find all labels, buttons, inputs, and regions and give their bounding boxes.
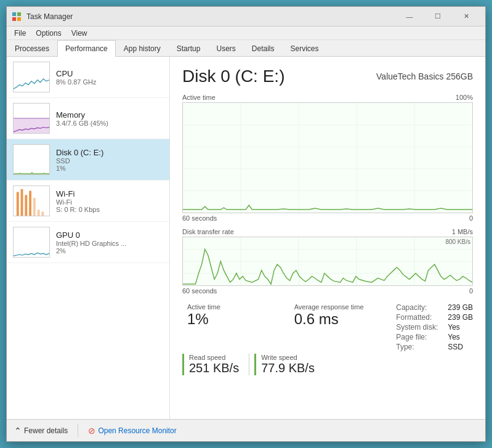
active-time-value: 1% <box>187 311 284 328</box>
disk0-thumbnail <box>13 144 50 175</box>
chart1-time-right: 0 <box>469 214 473 222</box>
svg-rect-10 <box>38 210 40 216</box>
active-time-stat: Active time 1% <box>182 301 289 351</box>
wifi-speed: S: 0 R: 0 Kbps <box>56 206 163 213</box>
gpu0-model: Intel(R) HD Graphics ... <box>56 240 163 247</box>
disk-model: ValueTech Basics 256GB <box>376 71 473 81</box>
svg-rect-2 <box>12 17 16 21</box>
disk0-type: SSD <box>56 157 163 165</box>
chart1-max: 100% <box>456 94 473 101</box>
gpu0-info: GPU 0 Intel(R) HD Graphics ... 2% <box>56 230 163 255</box>
chart1-label-row: Active time 100% <box>182 94 473 101</box>
active-time-chart <box>182 102 473 213</box>
chart2-time-row: 60 seconds 0 <box>182 287 473 295</box>
cpu-detail: 8% 0.87 GHz <box>56 78 163 86</box>
tab-services[interactable]: Services <box>283 40 327 57</box>
chevron-up-icon: ⌃ <box>14 426 22 436</box>
read-speed-value: 251 KB/s <box>189 361 239 375</box>
disk0-usage: 1% <box>56 165 163 172</box>
app-icon <box>12 12 22 22</box>
window-title: Task Manager <box>26 12 395 21</box>
svg-rect-6 <box>21 189 23 216</box>
write-speed-stat: Write speed 77.9 KB/s <box>254 354 315 375</box>
gpu0-usage: 2% <box>56 247 163 255</box>
chart1-time-row: 60 seconds 0 <box>182 214 473 222</box>
svg-rect-5 <box>17 192 19 216</box>
memory-thumbnail <box>13 103 50 134</box>
cpu-label: CPU <box>56 69 163 78</box>
disk0-info: Disk 0 (C: E:) SSD 1% <box>56 148 163 172</box>
sidebar: CPU 8% 0.87 GHz Memory 3.4/7.6 GB (45%) <box>7 57 170 419</box>
capacity-value: 239 GB <box>448 303 473 312</box>
type-value: SSD <box>448 343 473 351</box>
svg-rect-0 <box>12 12 16 16</box>
sidebar-item-disk0[interactable]: Disk 0 (C: E:) SSD 1% <box>7 139 169 181</box>
tab-processes[interactable]: Processes <box>7 40 57 57</box>
menu-file[interactable]: File <box>9 26 31 40</box>
window-controls: — ☐ ✕ <box>395 7 480 26</box>
svg-rect-9 <box>33 198 36 216</box>
close-button[interactable]: ✕ <box>452 7 480 26</box>
chart2-label: Disk transfer rate <box>182 228 234 235</box>
open-resource-monitor-button[interactable]: ⊘ Open Resource Monitor <box>88 426 176 436</box>
wifi-type: Wi-Fi <box>56 198 163 206</box>
sidebar-item-cpu[interactable]: CPU 8% 0.87 GHz <box>7 57 169 98</box>
tab-details[interactable]: Details <box>244 40 283 57</box>
minimize-button[interactable]: — <box>395 7 424 26</box>
menu-view[interactable]: View <box>67 26 92 40</box>
menu-options[interactable]: Options <box>31 26 66 40</box>
menu-bar: File Options View <box>7 26 485 40</box>
chart2-time-right: 0 <box>469 287 473 295</box>
avg-response-label: Average response time <box>294 303 392 311</box>
transfer-rate-chart: 800 KB/s <box>182 237 473 286</box>
speed-divider <box>249 354 249 375</box>
disk-header: Disk 0 (C: E:) ValueTech Basics 256GB <box>182 67 473 86</box>
sidebar-item-gpu0[interactable]: GPU 0 Intel(R) HD Graphics ... 2% <box>7 222 169 263</box>
chart2-time-left: 60 seconds <box>182 287 217 295</box>
read-speed-label: Read speed <box>189 354 239 361</box>
wifi-thumbnail <box>13 185 50 216</box>
transfer-rate-section: Disk transfer rate 1 MB/s 800 KB/s <box>182 228 473 295</box>
wifi-info: Wi-Fi Wi-Fi S: 0 R: 0 Kbps <box>56 189 163 213</box>
memory-detail: 3.4/7.6 GB (45%) <box>56 120 163 127</box>
write-speed-label: Write speed <box>261 354 315 361</box>
svg-rect-8 <box>29 191 31 216</box>
gpu0-label: GPU 0 <box>56 230 163 240</box>
task-manager-window: Task Manager — ☐ ✕ File Options View Pro… <box>6 6 486 442</box>
stats-row: Active time 1% Average response time 0.6… <box>182 301 473 351</box>
gpu0-thumbnail <box>13 227 50 258</box>
chart2-max: 1 MB/s <box>452 228 473 235</box>
tab-users[interactable]: Users <box>208 40 243 57</box>
system-disk-value: Yes <box>448 323 473 332</box>
formatted-label: Formatted: <box>396 313 438 322</box>
cpu-info: CPU 8% 0.87 GHz <box>56 69 163 86</box>
read-speed-stat: Read speed 251 KB/s <box>182 354 239 375</box>
active-time-section: Active time 100% <box>182 94 473 222</box>
bottom-divider <box>78 425 78 437</box>
content-area: CPU 8% 0.87 GHz Memory 3.4/7.6 GB (45%) <box>7 57 485 419</box>
sidebar-item-wifi[interactable]: Wi-Fi Wi-Fi S: 0 R: 0 Kbps <box>7 181 169 222</box>
capacity-label: Capacity: <box>396 303 438 312</box>
svg-rect-4 <box>14 118 49 133</box>
chart1-label: Active time <box>182 94 216 101</box>
active-time-label: Active time <box>187 303 284 311</box>
formatted-value: 239 GB <box>448 313 473 322</box>
wifi-label: Wi-Fi <box>56 189 163 198</box>
disk-title: Disk 0 (C: E:) <box>182 67 284 86</box>
tab-performance[interactable]: Performance <box>57 40 116 57</box>
tab-bar: Processes Performance App history Startu… <box>7 40 485 57</box>
title-bar: Task Manager — ☐ ✕ <box>7 7 485 26</box>
disk0-label: Disk 0 (C: E:) <box>56 148 163 157</box>
sidebar-item-memory[interactable]: Memory 3.4/7.6 GB (45%) <box>7 98 169 139</box>
fewer-details-button[interactable]: ⌃ Fewer details <box>14 426 68 436</box>
avg-response-value: 0.6 ms <box>294 311 392 328</box>
page-file-label: Page file: <box>396 333 438 341</box>
system-disk-label: System disk: <box>396 323 438 332</box>
page-file-value: Yes <box>448 333 473 341</box>
maximize-button[interactable]: ☐ <box>424 7 452 26</box>
resource-monitor-icon: ⊘ <box>88 426 95 436</box>
tab-app-history[interactable]: App history <box>116 40 169 57</box>
fewer-details-label: Fewer details <box>24 426 68 435</box>
tab-startup[interactable]: Startup <box>169 40 209 57</box>
open-resource-monitor-label: Open Resource Monitor <box>98 426 176 435</box>
